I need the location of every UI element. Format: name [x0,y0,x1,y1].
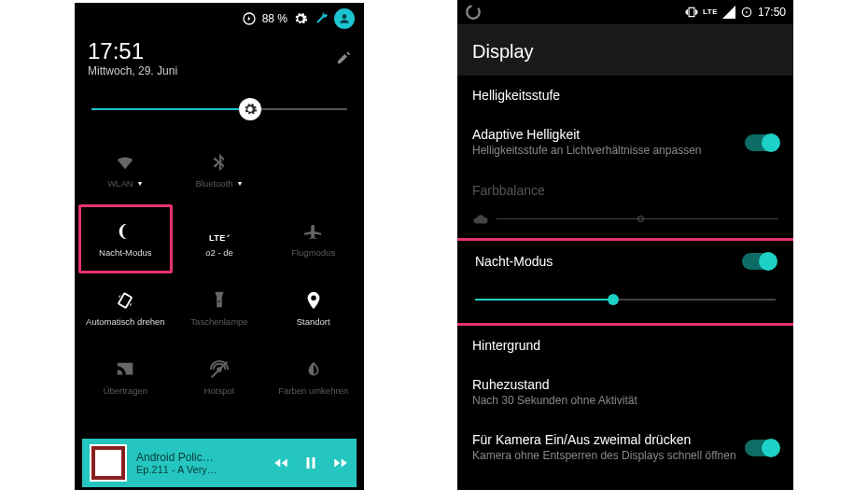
cast-icon [115,359,135,380]
battery-percent: 88 % [262,12,287,25]
status-time: 17:50 [758,6,786,19]
color-balance-slider [472,210,778,231]
display-settings-screen: LTE 17:50 Display Helligkeitsstufe Adapt… [457,0,793,490]
cloud-icon [472,212,489,225]
night-mode-slider[interactable] [475,287,776,312]
album-art [90,444,127,482]
signal-icon [722,6,735,19]
page-title: Display [457,24,793,76]
item-brightness-level[interactable]: Helligkeitsstufe [457,76,793,115]
adaptive-toggle[interactable] [745,134,778,151]
brightness-slider[interactable] [91,96,347,122]
gear-icon[interactable] [293,11,308,26]
battery-circle-icon [242,11,257,26]
battery-circle-icon [740,6,753,19]
pause-icon[interactable] [302,455,319,471]
lte-signal-icon: LTE [209,221,230,242]
tile-rotate[interactable]: Automatisch drehen [78,273,173,343]
status-bar: 88 % [75,3,364,29]
quick-settings-panel: 88 % 17:51 Mittwoch, 29. Juni WLAN▼ Blue… [75,3,364,490]
brightness-thumb-icon[interactable] [239,98,261,120]
tile-bluetooth[interactable]: Bluetooth▼ [173,135,267,204]
lte-label: LTE [703,8,718,16]
status-bar: LTE 17:50 [457,0,793,24]
tile-night-mode[interactable]: Nacht-Modus [78,204,173,273]
bluetooth-icon [209,152,230,173]
tile-cast[interactable]: Übertragen [78,343,173,412]
edit-icon[interactable] [336,50,351,65]
vibrate-icon [685,6,698,19]
clock: 17:51 [88,38,177,64]
tile-wlan[interactable]: WLAN▼ [78,135,173,204]
item-night-mode[interactable]: Nacht-Modus [460,241,791,282]
tile-empty [266,135,360,204]
item-adaptive-brightness[interactable]: Adaptive Helligkeit Helligkeitsstufe an … [457,115,793,171]
svg-point-1 [343,14,347,19]
hotspot-icon [209,359,230,380]
tile-hotspot[interactable]: Hotspot [173,343,267,412]
location-icon [303,290,324,311]
tile-cellular[interactable]: LTE o2 - de [173,204,267,273]
wifi-icon [115,152,135,173]
svg-point-5 [467,6,480,19]
airplane-icon [303,221,324,242]
chevron-down-icon: ▼ [237,180,244,187]
invert-icon [303,359,324,380]
prev-icon[interactable] [273,455,289,471]
profile-icon[interactable] [334,8,355,29]
camera-toggle[interactable] [745,440,778,456]
tile-airplane[interactable]: Flugmodus [266,204,360,273]
item-wallpaper[interactable]: Hintergrund [457,326,793,365]
moon-icon [115,221,135,242]
item-camera-double-press[interactable]: Für Kamera Ein/Aus zweimal drücken Kamer… [457,420,793,476]
qs-header: 17:51 Mittwoch, 29. Juni [75,29,364,83]
next-icon[interactable] [332,455,349,471]
media-title: Android Polic… [136,451,273,464]
date: Mittwoch, 29. Juni [88,64,177,77]
wrench-icon[interactable] [314,11,329,26]
app-icon [465,4,482,21]
chevron-down-icon: ▼ [137,180,144,187]
night-mode-toggle[interactable] [742,253,776,270]
media-player[interactable]: Android Polic… Ep.211 - A Very… [82,439,357,487]
tile-location[interactable]: Standort [266,273,360,343]
tile-flashlight[interactable]: Taschenlampe [173,273,267,343]
item-color-balance: Farbbalance [457,171,793,210]
tile-invert[interactable]: Farben umkehren [266,343,360,412]
flashlight-icon [209,290,230,311]
media-subtitle: Ep.211 - A Very… [136,464,273,475]
night-mode-highlight: Nacht-Modus [457,238,793,326]
rotate-icon [115,290,135,311]
item-sleep[interactable]: Ruhezustand Nach 30 Sekunden ohne Aktivi… [457,365,793,421]
qs-tiles: WLAN▼ Bluetooth▼ Nacht-Modus LTE o2 - de… [75,132,364,413]
